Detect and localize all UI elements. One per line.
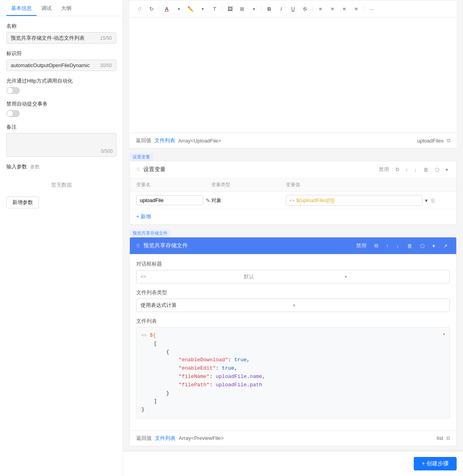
var-value-box[interactable]: <> ${uploadFiles[0]} [286, 195, 422, 206]
editor-area[interactable] [129, 17, 457, 133]
dialog-title-row: 对话框标题 <> 默认 ▾ [136, 260, 450, 283]
tab-basic-info[interactable]: 基本信息 [6, 0, 37, 16]
var-table-header: 变量名 变量类型 变量值 [130, 178, 456, 192]
delete-preview-btn[interactable]: 🗑 [405, 242, 415, 250]
field-text-2: list [437, 435, 443, 441]
preview-card: ⠿ 预览共享存储文件 禁用 ⧉ ↑ ↓ 🗑 ⬡ ▾ ↗ [129, 237, 457, 446]
preview-header: ⠿ 预览共享存储文件 禁用 ⧉ ↑ ↓ 🗑 ⬡ ▾ ↗ [130, 237, 456, 254]
italic-button[interactable]: I [276, 4, 286, 14]
var-row-delete-btn[interactable]: 🗑 [430, 197, 436, 204]
strike-button[interactable]: S [300, 4, 310, 14]
align-justify-button[interactable]: ≡ [351, 4, 361, 14]
dialog-title-select[interactable]: <> 默认 ▾ [136, 270, 450, 283]
link-preview-btn[interactable]: ↗ [441, 242, 450, 250]
http-label: 允许通过Http方式调用自动化 [6, 77, 116, 85]
set-var-wrapper: 设置变量 ⠿ 设置变量 禁用 ⧉ ↑ ↓ 🗑 ⬡ ▾ [129, 152, 457, 225]
create-step-button[interactable]: + 创建步骤 [414, 457, 457, 470]
highlight-button[interactable]: ✏️ [185, 4, 196, 14]
file-type-chevron: ▾ [293, 303, 446, 308]
var-value-expand-btn[interactable]: ▾ [424, 197, 428, 204]
tabs-header: 基本信息 调试 大纲 [0, 0, 123, 16]
disable-preview-btn[interactable]: 禁用 [354, 241, 369, 250]
var-col-type: 变量类型 [211, 181, 286, 188]
file-list-tab-1[interactable]: 文件列表 [154, 137, 175, 144]
align-center-button[interactable]: ≡ [327, 4, 338, 14]
var-value-cell: <> ${uploadFiles[0]} ▾ 🗑 [286, 195, 436, 206]
delete-var-btn[interactable]: 🗑 [422, 166, 430, 173]
image-button[interactable]: 🖼 [225, 4, 235, 14]
chevron-highlight[interactable]: ▾ [197, 4, 208, 14]
var-col-value: 变量值 [286, 181, 436, 188]
down-var-btn[interactable]: ↓ [413, 166, 419, 173]
align-left-button[interactable]: ≡ [315, 4, 326, 14]
var-value-prefix: <> [289, 198, 295, 203]
expand-var-btn[interactable]: ▾ [444, 166, 450, 173]
identifier-label: 标识符 [6, 50, 116, 57]
copy-var-btn[interactable]: ⧉ [394, 166, 401, 173]
file-type-value: 使用表达式计算 [141, 302, 293, 309]
dialog-placeholder-text: 默认 [244, 273, 345, 280]
type-text-1: Array<UploadFile> [178, 138, 221, 144]
preview-tag: 预览共享存储文件 [129, 229, 171, 237]
dialog-title-label: 对话框标题 [136, 260, 450, 268]
down-preview-btn[interactable]: ↓ [394, 242, 402, 250]
copy-preview-btn[interactable]: ⧉ [372, 242, 380, 250]
file-list-code-editor[interactable]: ▾ <> ${ [ { "enableDownload": true, "ena… [136, 327, 450, 418]
disable-toggle[interactable] [6, 110, 20, 117]
more-button[interactable]: ··· [367, 4, 377, 14]
add-var-row[interactable]: + 新增 [130, 209, 456, 224]
note-textarea[interactable]: 0/500 [6, 133, 116, 157]
var-name-input[interactable] [136, 195, 203, 205]
preview-body: 对话框标题 <> 默认 ▾ 文件列表类型 使用表达式计算 ▾ [130, 254, 456, 430]
copy-icon-2[interactable]: ⧉ [446, 435, 450, 441]
font-color-button[interactable]: A [162, 4, 172, 14]
table-row: ✎ 对象 <> ${uploadFiles[0]} ▾ 🗑 [130, 192, 456, 209]
editor-card: ↺ ↻ A ▾ ✏️ ▾ T 🖼 ⊞ ▾ B I U S ≡ ≡ ≡ [129, 0, 457, 148]
up-var-btn[interactable]: ↑ [404, 166, 410, 173]
redo-button[interactable]: ↻ [146, 4, 156, 14]
set-var-tag: 设置变量 [129, 153, 153, 161]
file-type-label: 文件列表类型 [136, 289, 450, 296]
up-preview-btn[interactable]: ↑ [384, 242, 391, 250]
identifier-count: 30/50 [100, 63, 112, 68]
var-name-cell: ✎ [136, 195, 211, 205]
return-bar-1: 返回值 文件列表 Array<UploadFile> uploadFiles ⧉ [129, 133, 457, 148]
preview-section-wrapper: 预览共享存储文件 ⠿ 预览共享存储文件 禁用 ⧉ ↑ ↓ 🗑 ⬡ ▾ ↗ [129, 228, 457, 446]
table-button[interactable]: ⊞ [237, 4, 247, 14]
file-type-select[interactable]: 使用表达式计算 ▾ [136, 299, 450, 312]
var-name-edit-btn[interactable]: ✎ [205, 197, 211, 204]
file-list-label: 文件列表 [136, 318, 450, 325]
tab-outline[interactable]: 大纲 [56, 0, 76, 16]
expand-preview-btn[interactable]: ▾ [430, 242, 438, 250]
add-param-button[interactable]: 新增参数 [6, 197, 39, 208]
var-header: ⠿ 设置变量 禁用 ⧉ ↑ ↓ 🗑 ⬡ ▾ [130, 161, 456, 178]
underline-button[interactable]: U [288, 4, 298, 14]
var-header-title: 设置变量 [143, 166, 377, 173]
bold-button[interactable]: B [264, 4, 274, 14]
main-content: ↺ ↻ A ▾ ✏️ ▾ T 🖼 ⊞ ▾ B I U S ≡ ≡ ≡ [123, 0, 463, 476]
return-bar-2: 返回值 文件列表 Array<PreviewFile> list ⧉ [130, 430, 456, 446]
code-expand-icon[interactable]: ▾ [442, 331, 446, 339]
file-list-tab-2[interactable]: 文件列表 [155, 435, 176, 442]
duplicate-var-btn[interactable]: ⬡ [433, 166, 441, 173]
identifier-input[interactable] [11, 62, 100, 68]
align-right-button[interactable]: ≡ [339, 4, 349, 14]
duplicate-preview-btn[interactable]: ⬡ [418, 242, 427, 250]
name-input[interactable] [11, 35, 100, 41]
field-text-1: uploadFiles [417, 138, 444, 144]
type-text-2: Array<PreviewFile> [179, 435, 224, 441]
copy-icon-1[interactable]: ⧉ [447, 137, 450, 144]
var-header-actions: 禁用 ⧉ ↑ ↓ 🗑 ⬡ ▾ [377, 165, 450, 174]
italic-t-button[interactable]: T [209, 4, 220, 14]
drag-handle-preview[interactable]: ⠿ [136, 243, 140, 249]
editor-toolbar: ↺ ↻ A ▾ ✏️ ▾ T 🖼 ⊞ ▾ B I U S ≡ ≡ ≡ [129, 0, 457, 17]
chevron-table[interactable]: ▾ [249, 4, 259, 14]
disable-var-btn[interactable]: 禁用 [377, 165, 391, 174]
undo-button[interactable]: ↺ [134, 4, 145, 14]
http-toggle[interactable] [6, 87, 20, 94]
name-label: 名称 [6, 23, 116, 30]
tab-debug[interactable]: 调试 [37, 0, 56, 16]
chevron-font-color[interactable]: ▾ [174, 4, 184, 14]
name-count: 15/50 [100, 35, 112, 41]
drag-handle-var[interactable]: ⠿ [136, 167, 140, 173]
